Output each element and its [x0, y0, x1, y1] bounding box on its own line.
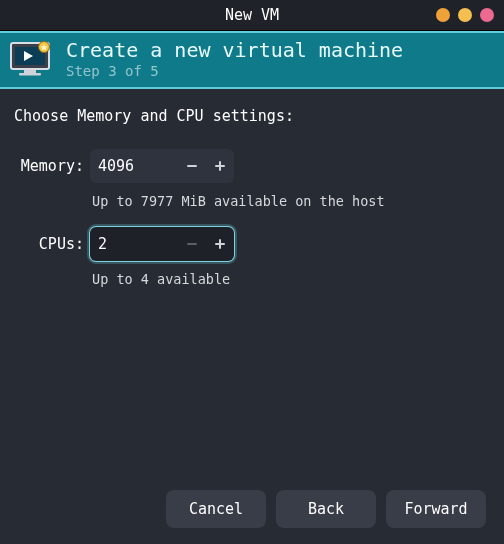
svg-rect-3 — [24, 70, 36, 73]
cpus-input[interactable] — [90, 235, 178, 253]
memory-decrement-button[interactable] — [178, 149, 206, 183]
memory-input[interactable] — [90, 157, 178, 175]
svg-rect-6 — [187, 165, 197, 167]
memory-label: Memory: — [21, 157, 84, 175]
wizard-title: Create a new virtual machine — [66, 39, 403, 61]
cpus-decrement-button[interactable] — [178, 227, 206, 261]
back-button[interactable]: Back — [276, 490, 376, 528]
cpus-increment-button[interactable] — [206, 227, 234, 261]
vm-monitor-icon — [10, 40, 54, 78]
svg-rect-8 — [219, 161, 221, 171]
memory-hint: Up to 7977 MiB available on the host — [90, 187, 490, 223]
forward-button[interactable]: Forward — [386, 490, 486, 528]
minus-icon — [185, 159, 199, 173]
memory-increment-button[interactable] — [206, 149, 234, 183]
svg-rect-9 — [187, 243, 197, 245]
minus-icon — [185, 237, 199, 251]
wizard-header: Create a new virtual machine Step 3 of 5 — [0, 31, 504, 89]
wizard-footer: Cancel Back Forward — [14, 486, 490, 534]
window-title: New VM — [225, 6, 279, 24]
plus-icon — [213, 159, 227, 173]
close-icon[interactable] — [480, 8, 494, 22]
minimize-icon[interactable] — [436, 8, 450, 22]
plus-icon — [213, 237, 227, 251]
settings-form: Memory: Up to 7977 MiB available on the … — [14, 149, 490, 301]
wizard-content: Choose Memory and CPU settings: Memory: … — [0, 89, 504, 544]
wizard-step: Step 3 of 5 — [66, 63, 403, 79]
svg-rect-11 — [219, 239, 221, 249]
window-controls — [436, 0, 494, 30]
cpus-label: CPUs: — [39, 235, 84, 253]
titlebar: New VM — [0, 0, 504, 31]
cpus-hint: Up to 4 available — [90, 265, 490, 301]
svg-rect-4 — [19, 73, 41, 76]
maximize-icon[interactable] — [458, 8, 472, 22]
cancel-button[interactable]: Cancel — [166, 490, 266, 528]
section-heading: Choose Memory and CPU settings: — [14, 107, 490, 125]
memory-stepper[interactable] — [90, 149, 234, 183]
cpus-stepper[interactable] — [90, 227, 234, 261]
